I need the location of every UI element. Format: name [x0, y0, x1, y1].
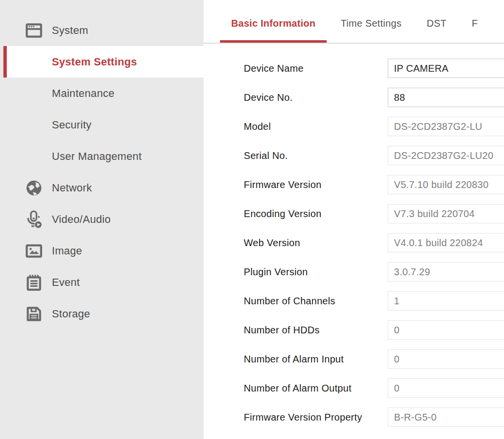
sidebar-item-user-management[interactable]: User Management — [0, 141, 204, 172]
sidebar-item-label: Storage — [52, 308, 90, 320]
web-version-label: Web Version — [244, 237, 388, 249]
basic-information-form: Device Name Device No. Model DS-2CD2387G… — [204, 59, 504, 427]
number-of-hdds-value: 0 — [388, 320, 504, 340]
sidebar: System System Settings Maintenance Secur… — [0, 0, 204, 439]
sidebar-item-label: Image — [52, 245, 82, 257]
image-icon — [23, 240, 45, 262]
firmware-version-label: Firmware Version — [244, 179, 388, 190]
plugin-version-label: Plugin Version — [244, 267, 388, 278]
sidebar-item-label: System — [52, 24, 88, 37]
firmware-version-property-label: Firmware Version Property — [244, 412, 388, 423]
window-icon — [23, 20, 45, 41]
sidebar-item-maintenance[interactable]: Maintenance — [0, 78, 204, 109]
tab-time-settings[interactable]: Time Settings — [330, 18, 412, 43]
form-row: Encoding Version V7.3 build 220704 — [244, 204, 504, 223]
model-value: DS-2CD2387G2-LU — [388, 117, 504, 136]
number-of-channels-value: 1 — [388, 291, 504, 311]
sidebar-item-network[interactable]: Network — [0, 172, 204, 204]
encoding-version-label: Encoding Version — [244, 208, 388, 220]
main-content: Basic Information Time Settings DST F De… — [204, 0, 504, 439]
form-row: Web Version V4.0.1 build 220824 — [244, 233, 504, 252]
sidebar-item-video-audio[interactable]: Video/Audio — [0, 204, 204, 235]
sidebar-item-label: User Management — [52, 150, 142, 163]
form-row: Number of Alarm Output 0 — [244, 378, 504, 398]
device-name-label: Device Name — [244, 63, 388, 74]
form-row: Device No. — [244, 88, 504, 107]
number-of-alarm-output-label: Number of Alarm Output — [244, 383, 388, 394]
model-label: Model — [244, 121, 388, 132]
form-row: Serial No. DS-2CD2387G2-LU20 — [244, 146, 504, 165]
sidebar-item-storage[interactable]: Storage — [0, 298, 204, 329]
microphone-icon — [23, 209, 45, 230]
sidebar-item-label: Event — [52, 276, 80, 289]
storage-icon — [23, 303, 45, 325]
sidebar-item-label: Network — [52, 182, 92, 194]
number-of-alarm-input-label: Number of Alarm Input — [244, 354, 388, 365]
serial-no-value: DS-2CD2387G2-LU20 — [388, 146, 504, 165]
tab-basic-information[interactable]: Basic Information — [220, 18, 327, 43]
form-row: Number of HDDs 0 — [244, 320, 504, 340]
number-of-channels-label: Number of Channels — [244, 296, 388, 307]
tab-dst[interactable]: DST — [415, 18, 457, 43]
number-of-alarm-output-value: 0 — [388, 378, 504, 398]
form-row: Number of Alarm Input 0 — [244, 349, 504, 369]
device-no-input[interactable] — [388, 88, 504, 107]
web-version-value: V4.0.1 build 220824 — [388, 233, 504, 252]
plugin-version-value: 3.0.7.29 — [388, 262, 504, 282]
firmware-version-property-value: B-R-G5-0 — [388, 408, 504, 427]
sidebar-item-system[interactable]: System — [0, 15, 204, 46]
globe-icon — [23, 177, 45, 199]
sidebar-item-event[interactable]: Event — [0, 267, 204, 298]
sidebar-item-label: Security — [52, 119, 92, 131]
device-no-label: Device No. — [244, 92, 388, 103]
sidebar-item-image[interactable]: Image — [0, 235, 204, 267]
event-icon — [23, 272, 45, 293]
form-row: Number of Channels 1 — [244, 291, 504, 311]
form-row: Plugin Version 3.0.7.29 — [244, 262, 504, 282]
tab-bar: Basic Information Time Settings DST F — [204, 0, 504, 44]
device-name-input[interactable] — [388, 59, 504, 78]
form-row: Model DS-2CD2387G2-LU — [244, 117, 504, 136]
serial-no-label: Serial No. — [244, 150, 388, 161]
sidebar-item-label: Maintenance — [52, 87, 114, 100]
number-of-hdds-label: Number of HDDs — [244, 325, 388, 336]
tab-partial[interactable]: F — [460, 18, 489, 43]
camera-settings-window: System System Settings Maintenance Secur… — [0, 0, 504, 439]
firmware-version-value: V5.7.10 build 220830 — [388, 175, 504, 194]
form-row: Firmware Version V5.7.10 build 220830 — [244, 175, 504, 194]
sidebar-item-system-settings[interactable]: System Settings — [0, 46, 204, 78]
sidebar-item-label: System Settings — [52, 56, 137, 68]
number-of-alarm-input-value: 0 — [388, 349, 504, 369]
form-row: Firmware Version Property B-R-G5-0 — [244, 408, 504, 427]
encoding-version-value: V7.3 build 220704 — [388, 204, 504, 223]
sidebar-item-security[interactable]: Security — [0, 109, 204, 141]
form-row: Device Name — [244, 59, 504, 78]
sidebar-item-label: Video/Audio — [52, 213, 111, 226]
